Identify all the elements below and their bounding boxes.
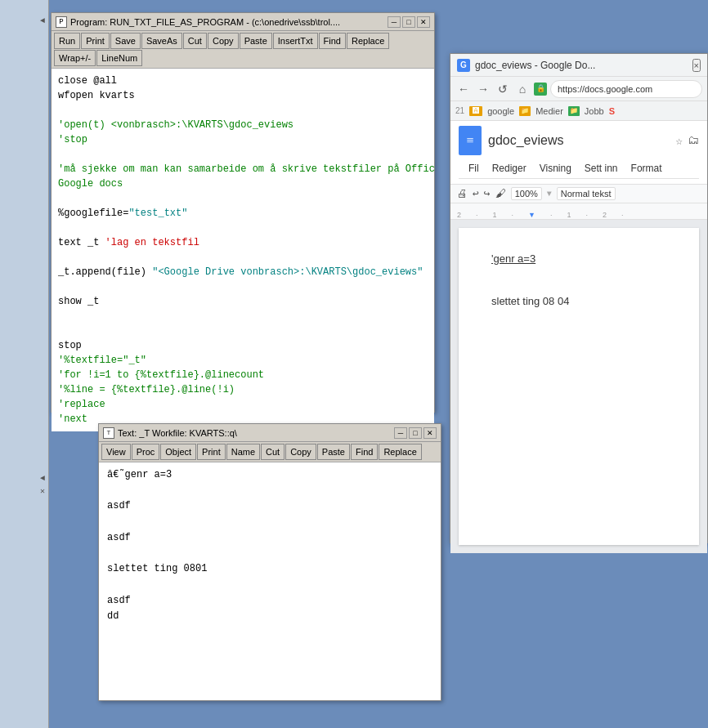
text-cut-button[interactable]: Cut xyxy=(261,444,285,460)
docs-page[interactable]: 'genr a=3 slettet ting 08 04 xyxy=(459,228,699,545)
text-paste-button[interactable]: Paste xyxy=(317,444,350,460)
forward-button[interactable]: → xyxy=(475,81,491,97)
bookmark-label: 21 xyxy=(455,106,464,115)
cut-button[interactable]: Cut xyxy=(183,33,207,49)
maximize-button[interactable]: □ xyxy=(402,16,415,28)
name-button[interactable]: Name xyxy=(226,444,260,460)
code-line: Google docs xyxy=(58,176,428,191)
bookmark-jobb[interactable]: Jobb xyxy=(585,106,604,116)
program-titlebar: P Program: RUN_TXT_FILE_AS_PROGRAM - (c:… xyxy=(52,13,434,31)
window-controls: ─ □ ✕ xyxy=(388,16,430,28)
text-maximize-button[interactable]: □ xyxy=(409,427,422,439)
gdocs-close-tab[interactable]: × xyxy=(692,59,701,72)
object-button[interactable]: Object xyxy=(160,444,196,460)
text-window-titlebar: T Text: _T Workfile: KVARTS::q\ ─ □ ✕ xyxy=(99,424,441,442)
code-line xyxy=(58,147,428,162)
proc-button[interactable]: Proc xyxy=(132,444,160,460)
paste-button[interactable]: Paste xyxy=(240,33,272,49)
text-line: asdf xyxy=(107,530,432,546)
program-toolbar: Run Print Save SaveAs Cut Copy Paste Ins… xyxy=(52,31,434,69)
bookmark-medier[interactable]: Medier xyxy=(535,106,563,116)
code-line: _t.append(file) "<Google Drive vonbrasch… xyxy=(58,265,428,279)
code-line xyxy=(58,191,428,206)
text-replace-button[interactable]: Replace xyxy=(379,444,421,460)
code-editor[interactable]: close @all wfopen kvarts 'open(t) <vonbr… xyxy=(52,69,434,431)
text-line: dd xyxy=(107,609,432,624)
text-line: slettet ting 0801 xyxy=(107,561,432,577)
sidebar-collapse-arrow[interactable]: ◄ xyxy=(40,16,45,25)
code-line: '%textfile="_t" xyxy=(58,353,428,368)
redo-icon[interactable]: ↪ xyxy=(484,187,491,200)
back-button[interactable]: ← xyxy=(455,81,472,97)
program-icon: P xyxy=(56,16,67,28)
code-line xyxy=(58,250,428,265)
code-line: 'open(t) <vonbrasch>:\KVARTS\gdoc_eviews xyxy=(58,118,428,132)
zoom-control[interactable]: 100% xyxy=(511,187,542,200)
code-line: 'for !i=1 to {%textfile}.@linecount xyxy=(58,368,428,382)
run-button[interactable]: Run xyxy=(54,33,80,49)
style-select[interactable]: Normal tekst xyxy=(557,187,616,200)
print-button[interactable]: Print xyxy=(81,33,110,49)
view-button[interactable]: View xyxy=(101,444,131,460)
ruler-mark: 1 xyxy=(493,211,497,219)
wrap-button[interactable]: Wrap+/- xyxy=(54,50,96,66)
text-line xyxy=(107,515,432,530)
code-line: text _t 'lag en tekstfil xyxy=(58,235,428,250)
find-button[interactable]: Find xyxy=(319,33,346,49)
folder-icon[interactable]: 🗂 xyxy=(688,134,699,148)
text-find-button[interactable]: Find xyxy=(351,444,378,460)
docs-text-line3: slettet ting 08 04 xyxy=(491,295,666,310)
menu-visning[interactable]: Visning xyxy=(535,160,576,176)
text-close-button[interactable]: ✕ xyxy=(423,427,437,439)
code-line: %googlefile="test_txt" xyxy=(58,206,428,221)
text-window-controls: ─ □ ✕ xyxy=(394,427,437,439)
menu-format[interactable]: Format xyxy=(626,160,667,176)
print-icon[interactable]: 🖨 xyxy=(457,188,468,200)
minimize-button[interactable]: ─ xyxy=(388,16,401,28)
text-window-title-left: T Text: _T Workfile: KVARTS::q\ xyxy=(103,427,237,439)
refresh-button[interactable]: ↺ xyxy=(495,81,511,97)
linenum-button[interactable]: LineNum xyxy=(96,50,142,66)
gdocs-tab-controls: × xyxy=(692,59,701,72)
text-copy-button[interactable]: Copy xyxy=(285,444,316,460)
bookmark-google[interactable]: google xyxy=(487,106,514,116)
docs-file-icon: ≡ xyxy=(459,126,482,155)
ruler-cursor: ▼ xyxy=(528,211,535,219)
text-line: asdf xyxy=(107,593,432,609)
left-sidebar: ◄ ◄ ✕ xyxy=(0,0,49,728)
close-button[interactable]: ✕ xyxy=(417,16,430,28)
menu-rediger[interactable]: Rediger xyxy=(487,160,531,176)
code-line: show _t xyxy=(58,294,428,309)
format-paint-icon[interactable]: 🖌 xyxy=(495,188,506,200)
text-minimize-button[interactable]: ─ xyxy=(394,427,407,439)
saveas-button[interactable]: SaveAs xyxy=(141,33,182,49)
text-print-button[interactable]: Print xyxy=(197,444,226,460)
text-line: asdf xyxy=(107,498,432,514)
gdocs-window: G gdoc_eviews - Google Do... × ← → ↺ ⌂ 🔒… xyxy=(450,53,708,543)
ruler-mark: · xyxy=(621,211,624,219)
sidebar-collapse-arrow2[interactable]: ◄ xyxy=(40,474,45,483)
inserttxt-button[interactable]: InsertTxt xyxy=(273,33,318,49)
menu-fil[interactable]: Fil xyxy=(464,160,484,176)
docs-filename[interactable]: gdoc_eviews xyxy=(488,133,670,148)
replace-button[interactable]: Replace xyxy=(347,33,389,49)
security-icon: 🔒 xyxy=(534,83,547,96)
home-button[interactable]: ⌂ xyxy=(514,81,531,97)
gdocs-tab[interactable]: G gdoc_eviews - Google Do... xyxy=(457,59,595,72)
bookmark-s[interactable]: S xyxy=(609,106,615,116)
copy-button[interactable]: Copy xyxy=(208,33,239,49)
text-content-area[interactable]: â€˜genr a=3 asdf asdf slettet ting 0801 … xyxy=(99,462,441,629)
text-window-icon: T xyxy=(103,427,114,439)
menu-sett-inn[interactable]: Sett inn xyxy=(580,160,623,176)
docs-title-row: ≡ gdoc_eviews ☆ 🗂 xyxy=(459,126,699,155)
save-button[interactable]: Save xyxy=(110,33,141,49)
browser-nav: ← → ↺ ⌂ 🔒 xyxy=(450,77,707,101)
ruler-mark: 1 xyxy=(567,211,571,219)
ruler-mark: · xyxy=(476,211,478,219)
bookmark-icon-orange: 🅰 xyxy=(469,106,482,116)
docs-text-empty xyxy=(491,274,666,288)
address-bar[interactable] xyxy=(550,80,702,98)
sidebar-close-icon[interactable]: ✕ xyxy=(40,486,45,496)
undo-icon[interactable]: ↩ xyxy=(473,187,479,200)
star-icon[interactable]: ☆ xyxy=(676,134,683,148)
